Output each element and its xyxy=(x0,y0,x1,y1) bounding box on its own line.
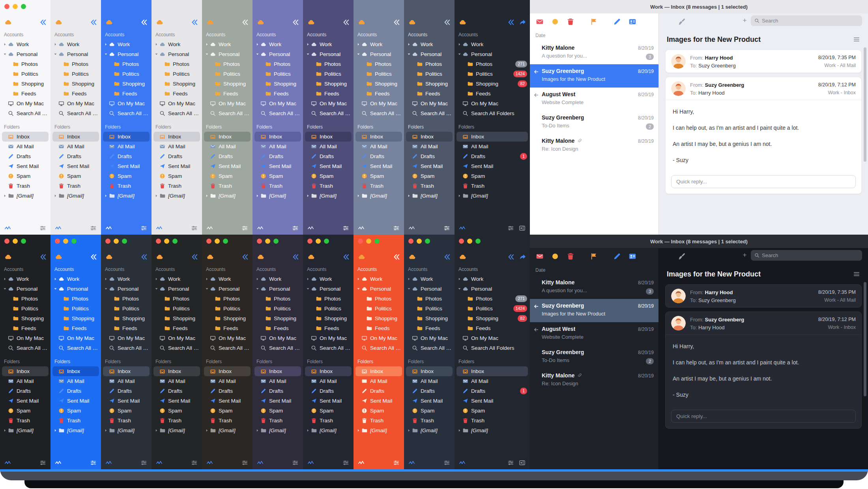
minimize-button[interactable] xyxy=(316,239,321,244)
close-button[interactable] xyxy=(4,4,9,9)
sidebar-item-photos[interactable]: Photos xyxy=(152,294,202,304)
sidebar-item-politics[interactable]: Politics xyxy=(354,69,404,79)
list-settings-icon[interactable] xyxy=(292,459,299,466)
minimize-button[interactable] xyxy=(366,239,371,244)
sidebar-item-inbox[interactable]: Inbox xyxy=(153,132,200,142)
chevron-right-icon[interactable] xyxy=(457,277,462,281)
chevron-right-icon[interactable] xyxy=(53,277,58,281)
sidebar-item-inbox[interactable]: Inbox xyxy=(52,132,99,142)
sidebar-item-feeds[interactable]: Feeds xyxy=(303,323,354,333)
sidebar-item-gmail[interactable]: [Gmail] xyxy=(0,426,51,435)
quick-reply-input[interactable]: Quick reply... xyxy=(671,410,856,423)
sidebar-item-all-mail[interactable]: All Mail xyxy=(152,376,202,386)
chevron-right-icon[interactable] xyxy=(255,42,260,47)
sidebar-item-personal[interactable]: Personal xyxy=(152,49,202,59)
sidebar-item-feeds[interactable]: Feeds xyxy=(152,323,202,333)
sidebar-item-all-mail[interactable]: All Mail xyxy=(455,376,530,386)
sidebar-item-shopping[interactable]: Shopping xyxy=(354,314,404,323)
chevron-down-icon[interactable] xyxy=(53,287,58,291)
sidebar-item-work[interactable]: Work xyxy=(354,39,404,49)
zoom-button[interactable] xyxy=(172,239,178,244)
activity-icon[interactable] xyxy=(459,225,466,231)
collapse-sidebar-icon[interactable] xyxy=(443,19,451,26)
sidebar-item-shopping[interactable]: Shopping xyxy=(152,79,202,89)
sidebar-item-search-all-folders[interactable]: Search All Folders xyxy=(404,343,455,353)
sidebar-item-on-my-mac[interactable]: On My Mac xyxy=(101,333,152,343)
sidebar-item-personal[interactable]: Personal xyxy=(51,284,101,294)
zoom-button[interactable] xyxy=(122,239,127,244)
sidebar-item-personal[interactable]: Personal xyxy=(404,284,455,294)
sidebar-item-photos[interactable]: Photos xyxy=(0,294,51,304)
menu-icon[interactable] xyxy=(853,36,860,43)
sidebar-item-personal[interactable]: Personal xyxy=(455,284,530,294)
account-cloud-icon[interactable] xyxy=(156,19,163,26)
chevron-right-icon[interactable] xyxy=(205,194,210,198)
account-cloud-icon[interactable] xyxy=(408,19,416,26)
sidebar-item-on-my-mac[interactable]: On My Mac xyxy=(253,333,303,343)
sidebar-item-trash[interactable]: Trash xyxy=(202,181,253,191)
sidebar-item-personal[interactable]: Personal xyxy=(101,49,152,59)
sidebar-item-trash[interactable]: Trash xyxy=(253,181,303,191)
sidebar-item-photos[interactable]: Photos xyxy=(0,59,51,69)
compose-icon[interactable] xyxy=(613,252,621,260)
sidebar-item-gmail[interactable]: [Gmail] xyxy=(303,426,354,435)
sidebar-item-gmail[interactable]: [Gmail] xyxy=(202,191,253,201)
collapse-sidebar-icon[interactable] xyxy=(241,19,249,26)
chevron-right-icon[interactable] xyxy=(3,194,8,198)
hide-panel-icon[interactable] xyxy=(519,459,526,466)
sidebar-item-sent-mail[interactable]: Sent Mail xyxy=(101,161,152,171)
sidebar-item-all-mail[interactable]: All Mail xyxy=(303,376,354,386)
message-row-to-do-items[interactable]: Suzy GreenbergTo-Do Items8/20/192 xyxy=(530,345,658,369)
sidebar-item-on-my-mac[interactable]: On My Mac xyxy=(0,99,51,108)
sidebar-item-search-all-folders[interactable]: Search All Folders xyxy=(455,108,530,118)
sidebar-item-personal[interactable]: Personal xyxy=(354,49,404,59)
sidebar-item-shopping[interactable]: Shopping xyxy=(354,79,404,89)
mark-read-icon[interactable] xyxy=(551,252,559,260)
activity-icon[interactable] xyxy=(105,225,112,231)
sidebar-item-politics[interactable]: Politics1424 xyxy=(455,304,530,314)
chevron-right-icon[interactable] xyxy=(457,194,462,198)
zoom-button[interactable] xyxy=(223,239,228,244)
sidebar-item-work[interactable]: Work xyxy=(51,274,101,284)
account-cloud-icon[interactable] xyxy=(4,19,12,26)
sidebar-item-work[interactable]: Work xyxy=(202,39,253,49)
hide-panel-icon[interactable] xyxy=(519,225,526,231)
sidebar-item-work[interactable]: Work xyxy=(253,274,303,284)
sidebar-item-shopping[interactable]: Shopping82 xyxy=(455,314,530,323)
sidebar-item-spam[interactable]: Spam xyxy=(253,171,303,181)
search-input[interactable]: Search xyxy=(751,15,862,26)
sidebar-item-search-all-folders[interactable]: Search All Folders xyxy=(303,343,354,353)
sidebar-item-trash[interactable]: Trash xyxy=(404,416,455,426)
sidebar-item-spam[interactable]: Spam xyxy=(152,406,202,416)
chevron-right-icon[interactable] xyxy=(205,277,210,281)
account-cloud-icon[interactable] xyxy=(55,19,62,26)
sidebar-item-feeds[interactable]: Feeds xyxy=(101,89,152,99)
account-cloud-icon[interactable] xyxy=(307,253,315,261)
zoom-button[interactable] xyxy=(475,239,481,244)
sidebar-item-trash[interactable]: Trash xyxy=(0,416,51,426)
sidebar-item-work[interactable]: Work xyxy=(455,39,530,49)
quick-reply-input[interactable]: Quick reply... xyxy=(671,175,856,188)
sidebar-item-photos[interactable]: Photos xyxy=(404,294,455,304)
sidebar-item-gmail[interactable]: [Gmail] xyxy=(101,191,152,201)
sidebar-item-spam[interactable]: Spam xyxy=(51,171,101,181)
sidebar-item-trash[interactable]: Trash xyxy=(354,416,404,426)
collapse-sidebar-icon[interactable] xyxy=(507,253,515,261)
collapse-sidebar-icon[interactable] xyxy=(443,253,451,261)
sidebar-item-politics[interactable]: Politics xyxy=(0,304,51,314)
sidebar-item-drafts[interactable]: Drafts xyxy=(152,386,202,396)
account-cloud-icon[interactable] xyxy=(206,253,214,261)
sidebar-item-work[interactable]: Work xyxy=(354,274,404,284)
chevron-down-icon[interactable] xyxy=(356,52,361,56)
chevron-right-icon[interactable] xyxy=(306,42,311,47)
sidebar-item-feeds[interactable]: Feeds xyxy=(101,323,152,333)
sidebar-item-on-my-mac[interactable]: On My Mac xyxy=(404,333,455,343)
sweep-brush-icon[interactable] xyxy=(678,252,686,260)
collapse-sidebar-icon[interactable] xyxy=(241,253,249,261)
sidebar-item-politics[interactable]: Politics xyxy=(404,69,455,79)
sidebar-item-work[interactable]: Work xyxy=(303,39,354,49)
list-settings-icon[interactable] xyxy=(342,225,349,231)
collapse-sidebar-icon[interactable] xyxy=(292,253,299,261)
list-settings-icon[interactable] xyxy=(140,459,147,466)
chevron-down-icon[interactable] xyxy=(407,287,412,291)
